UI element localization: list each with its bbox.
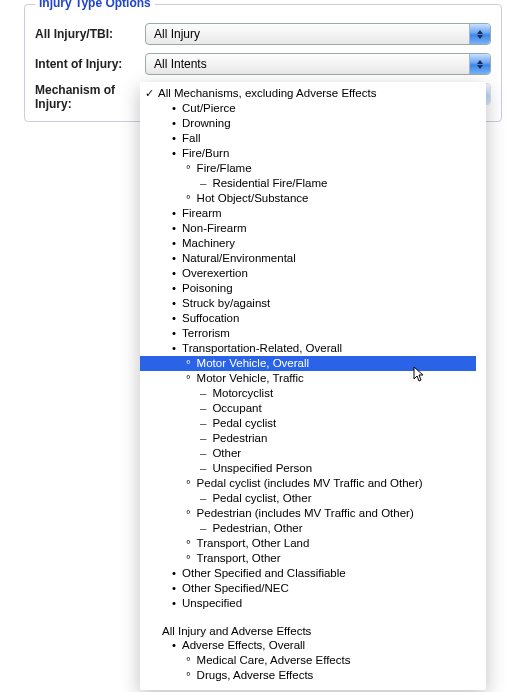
updown-icon (469, 24, 490, 44)
dropdown-item[interactable]: Fire/Burn (140, 146, 476, 161)
dropdown-item-label: Transport, Other (186, 551, 281, 566)
dropdown-item[interactable]: Motor Vehicle, Overall (140, 356, 476, 371)
dropdown-item-label: Terrorism (172, 326, 230, 341)
dropdown-item-label: Pedestrian (includes MV Traffic and Othe… (186, 506, 414, 521)
dropdown-item-label: All Mechanisms, excluding Adverse Effect… (158, 86, 376, 101)
dropdown-item-label: Fire/Burn (172, 146, 229, 161)
panel-legend: Injury Type Options (35, 0, 155, 10)
dropdown-item-label: Other Specified and Classifiable (172, 566, 346, 581)
dropdown-item-label: Motorcyclist (200, 386, 273, 401)
dropdown-item-label: Firearm (172, 206, 222, 221)
dropdown-item[interactable]: Other Specified/NEC (140, 581, 476, 596)
mechanism-dropdown-popup[interactable]: ✓All Mechanisms, excluding Adverse Effec… (140, 82, 486, 690)
dropdown-item-label: Suffocation (172, 311, 239, 326)
dropdown-item[interactable]: Pedal cyclist (includes MV Traffic and O… (140, 476, 476, 491)
dropdown-item-label: Motor Vehicle, Overall (186, 356, 309, 371)
dropdown-item-label: Natural/Environmental (172, 251, 296, 266)
updown-icon (469, 54, 490, 74)
dropdown-item[interactable]: Machinery (140, 236, 476, 251)
dropdown-item[interactable]: Medical Care, Adverse Effects (140, 653, 476, 668)
dropdown-item-label: Drugs, Adverse Effects (186, 668, 313, 683)
dropdown-item[interactable]: Unspecified Person (140, 461, 476, 476)
dropdown-item[interactable]: Natural/Environmental (140, 251, 476, 266)
dropdown-item[interactable]: Suffocation (140, 311, 476, 326)
dropdown-item-label: Other Specified/NEC (172, 581, 289, 596)
dropdown-item-label: Cut/Pierce (172, 101, 236, 116)
dropdown-item-label: Occupant (200, 401, 262, 416)
dropdown-list-section2: Adverse Effects, OverallMedical Care, Ad… (140, 638, 486, 683)
dropdown-item[interactable]: Pedestrian (140, 431, 476, 446)
dropdown-item-label: Non-Firearm (172, 221, 247, 236)
dropdown-item-label: Pedestrian (200, 431, 267, 446)
dropdown-item-label: Unspecified Person (200, 461, 312, 476)
dropdown-item-label: Pedal cyclist, Other (200, 491, 311, 506)
dropdown-item-label: Hot Object/Substance (186, 191, 308, 206)
row-all-injury: All Injury/TBI: All Injury (35, 23, 491, 45)
dropdown-item[interactable]: Drowning (140, 116, 476, 131)
dropdown-item[interactable]: Unspecified (140, 596, 476, 611)
dropdown-item-label: Other (200, 446, 241, 461)
dropdown-item[interactable]: Transport, Other Land (140, 536, 476, 551)
dropdown-item[interactable]: Struck by/against (140, 296, 476, 311)
dropdown-item[interactable]: Pedal cyclist, Other (140, 491, 476, 506)
dropdown-item[interactable]: Pedal cyclist (140, 416, 476, 431)
check-icon: ✓ (140, 86, 158, 101)
dropdown-item[interactable]: Non-Firearm (140, 221, 476, 236)
label-all-injury: All Injury/TBI: (35, 27, 145, 41)
dropdown-item[interactable]: Residential Fire/Flame (140, 176, 476, 191)
dropdown-item[interactable]: Transportation-Related, Overall (140, 341, 476, 356)
dropdown-item-label: Adverse Effects, Overall (172, 638, 305, 653)
label-mechanism: Mechanism of Injury: (35, 83, 145, 111)
dropdown-item[interactable]: Pedestrian (includes MV Traffic and Othe… (140, 506, 476, 521)
dropdown-item-label: Residential Fire/Flame (200, 176, 327, 191)
dropdown-item[interactable]: Other Specified and Classifiable (140, 566, 476, 581)
dropdown-item[interactable]: Transport, Other (140, 551, 476, 566)
dropdown-item-label: Medical Care, Adverse Effects (186, 653, 350, 668)
dropdown-item[interactable]: Other (140, 446, 476, 461)
dropdown-list-section1: ✓All Mechanisms, excluding Adverse Effec… (140, 86, 486, 611)
dropdown-item-label: Poisoning (172, 281, 233, 296)
dropdown-item[interactable]: Pedestrian, Other (140, 521, 476, 536)
dropdown-item-label: Struck by/against (172, 296, 270, 311)
dropdown-item[interactable]: Adverse Effects, Overall (140, 638, 476, 653)
dropdown-item[interactable]: Hot Object/Substance (140, 191, 476, 206)
row-intent: Intent of Injury: All Intents (35, 53, 491, 75)
select-intent-value: All Intents (154, 57, 207, 71)
select-all-injury[interactable]: All Injury (145, 23, 491, 45)
dropdown-item-label: Overexertion (172, 266, 248, 281)
dropdown-item[interactable]: Motor Vehicle, Traffic (140, 371, 476, 386)
dropdown-item-label: Transport, Other Land (186, 536, 309, 551)
dropdown-item-label: Fire/Flame (186, 161, 252, 176)
dropdown-item-label: Motor Vehicle, Traffic (186, 371, 304, 386)
dropdown-item[interactable]: Poisoning (140, 281, 476, 296)
dropdown-item[interactable]: Drugs, Adverse Effects (140, 668, 476, 683)
dropdown-item-label: Fall (172, 131, 201, 146)
dropdown-item-label: Machinery (172, 236, 235, 251)
dropdown-item-label: Transportation-Related, Overall (172, 341, 342, 356)
dropdown-section-heading[interactable]: All Injury and Adverse Effects (140, 623, 486, 638)
dropdown-item[interactable]: Overexertion (140, 266, 476, 281)
dropdown-item-label: Pedal cyclist (includes MV Traffic and O… (186, 476, 423, 491)
dropdown-item[interactable]: Fire/Flame (140, 161, 476, 176)
label-intent: Intent of Injury: (35, 57, 145, 71)
select-intent[interactable]: All Intents (145, 53, 491, 75)
dropdown-item[interactable]: Fall (140, 131, 476, 146)
dropdown-item-label: Unspecified (172, 596, 242, 611)
dropdown-item[interactable]: ✓All Mechanisms, excluding Adverse Effec… (140, 86, 476, 101)
dropdown-item-label: Drowning (172, 116, 231, 131)
dropdown-item[interactable]: Terrorism (140, 326, 476, 341)
dropdown-item[interactable]: Occupant (140, 401, 476, 416)
select-all-injury-value: All Injury (154, 27, 200, 41)
dropdown-item-label: Pedal cyclist (200, 416, 276, 431)
dropdown-item[interactable]: Firearm (140, 206, 476, 221)
dropdown-item[interactable]: Motorcyclist (140, 386, 476, 401)
dropdown-item[interactable]: Cut/Pierce (140, 101, 476, 116)
dropdown-item-label: Pedestrian, Other (200, 521, 303, 536)
